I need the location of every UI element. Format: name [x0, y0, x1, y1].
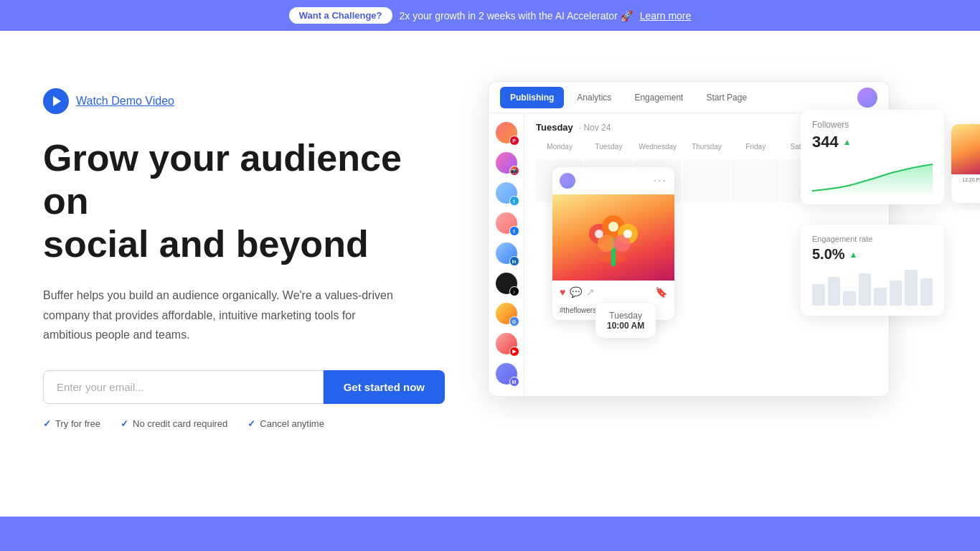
sidebar-avatar-1: P: [496, 122, 517, 143]
sidebar-avatar-6: ♪: [496, 273, 517, 294]
play-icon: [43, 88, 69, 114]
sidebar-avatar-7: G: [496, 303, 517, 324]
followers-card: Followers 344 ▲: [801, 110, 944, 204]
instagram-badge: 📷: [509, 166, 519, 176]
followers-count: 344 ▲: [812, 133, 933, 151]
eng-bar-7: [905, 270, 918, 306]
email-input[interactable]: [43, 370, 324, 404]
hero-description: Buffer helps you build an audience organ…: [43, 286, 402, 344]
mobile-preview-time: 12:20 PM: [951, 174, 980, 185]
engagement-rate: 5.0% ▲: [812, 246, 933, 263]
eng-bar-8: [920, 278, 933, 306]
followers-chart-svg: [812, 159, 933, 194]
sidebar-avatar-5: in: [496, 242, 517, 264]
svg-point-8: [595, 230, 603, 238]
googlebiz-badge: G: [509, 316, 519, 326]
get-started-button[interactable]: Get started now: [324, 370, 445, 404]
week-day-tue: Tuesday: [585, 140, 632, 154]
sidebar-avatar-4: f: [496, 212, 517, 234]
watch-demo-label: Watch Demo Video: [76, 95, 174, 108]
svg-point-9: [623, 230, 632, 238]
mobile-preview: 12:20 PM: [951, 124, 980, 203]
tab-publishing[interactable]: Publishing: [500, 87, 564, 108]
eng-bar-3: [843, 291, 856, 306]
post-card-image: [552, 194, 674, 281]
engagement-card: Engagement rate 5.0% ▲: [801, 225, 944, 316]
svg-point-7: [608, 222, 618, 232]
sidebar-avatar-8: ▶: [496, 333, 517, 354]
tab-engagement[interactable]: Engagement: [624, 87, 693, 108]
week-day-fri: Friday: [732, 140, 779, 154]
watch-demo-link[interactable]: Watch Demo Video: [43, 88, 445, 114]
app-user-avatar: [857, 88, 877, 108]
facebook-badge: f: [509, 226, 519, 236]
post-card-avatar: [560, 173, 575, 189]
banner-badge: Want a Challenge?: [289, 7, 392, 24]
schedule-time: 10:00 AM: [607, 321, 644, 331]
hero-right-mockup: Publishing Analytics Engagement Start Pa…: [488, 81, 937, 425]
check-icon-3: ✓: [248, 418, 255, 429]
trust-label-3: Cancel anytime: [260, 418, 324, 429]
trust-item-2: ✓ No credit card required: [121, 418, 227, 429]
engagement-trend: ▲: [849, 250, 858, 260]
banner-text: 2x your growth in 2 weeks with the AI Ac…: [400, 10, 633, 22]
eng-bar-4: [859, 273, 872, 306]
post-card-header: ···: [552, 167, 674, 194]
share-icon: ↗: [586, 286, 595, 298]
sidebar-avatar-3: t: [496, 182, 517, 204]
tab-analytics[interactable]: Analytics: [567, 87, 621, 108]
tab-startpage[interactable]: Start Page: [696, 87, 757, 108]
eng-bar-6: [890, 281, 903, 306]
mastodon-badge: M: [509, 377, 519, 387]
mobile-preview-image: [951, 124, 980, 174]
trust-badges: ✓ Try for free ✓ No credit card required…: [43, 418, 445, 429]
eng-bar-1: [812, 284, 825, 306]
calendar-date: Tuesday: [536, 122, 573, 133]
followers-trend: ▲: [843, 137, 852, 147]
post-card-footer: ♥ 💬 ↗ 🔖: [552, 281, 674, 303]
hero-section: Watch Demo Video Grow your audience on s…: [0, 31, 980, 504]
engagement-bars: [812, 270, 933, 306]
youtube-badge: ▶: [509, 347, 519, 357]
trust-label-2: No credit card required: [133, 418, 227, 429]
top-banner: Want a Challenge? 2x your growth in 2 we…: [0, 0, 980, 31]
twitter-badge: t: [509, 196, 519, 206]
trust-label-1: Try for free: [55, 418, 100, 429]
schedule-day: Tuesday: [607, 311, 644, 321]
app-tabs: Publishing Analytics Engagement Start Pa…: [489, 82, 889, 113]
cal-cell-5: [732, 159, 779, 202]
check-icon-1: ✓: [43, 418, 51, 429]
trust-item-1: ✓ Try for free: [43, 418, 100, 429]
bottom-bar: [0, 517, 980, 551]
post-card: ··· ♥ 💬 ↗: [552, 167, 674, 320]
linkedin-badge: in: [509, 256, 519, 266]
week-day-thu: Thursday: [683, 140, 730, 154]
eng-bar-2: [828, 277, 841, 306]
schedule-popup: Tuesday 10:00 AM: [595, 303, 656, 338]
cal-cell-4: [683, 159, 730, 202]
app-sidebar: P 📷 t f in ♪: [489, 113, 524, 396]
sidebar-avatar-9: M: [496, 363, 517, 385]
bookmark-icon: 🔖: [655, 286, 667, 298]
check-icon-2: ✓: [121, 418, 128, 429]
post-card-dots: ···: [654, 174, 667, 187]
tiktok-badge: ♪: [509, 286, 519, 296]
week-day-wed: Wednesday: [634, 140, 682, 154]
calendar-date-sub: · Nov 24: [579, 123, 611, 133]
hero-title: Grow your audience on social and beyond: [43, 137, 445, 265]
engagement-title: Engagement rate: [812, 235, 933, 243]
flower-image: [578, 202, 649, 273]
banner-link[interactable]: Learn more: [640, 10, 692, 22]
eng-bar-5: [874, 288, 887, 306]
heart-icon: ♥: [560, 286, 565, 298]
email-form: Get started now: [43, 370, 445, 404]
sidebar-avatar-2: 📷: [496, 152, 517, 174]
week-day-mon: Monday: [536, 140, 583, 154]
followers-chart: [812, 159, 933, 194]
comment-icon: 💬: [570, 286, 582, 298]
hero-left: Watch Demo Video Grow your audience on s…: [43, 74, 445, 429]
followers-title: Followers: [812, 120, 933, 130]
trust-item-3: ✓ Cancel anytime: [248, 418, 324, 429]
pinterest-badge: P: [509, 136, 519, 146]
